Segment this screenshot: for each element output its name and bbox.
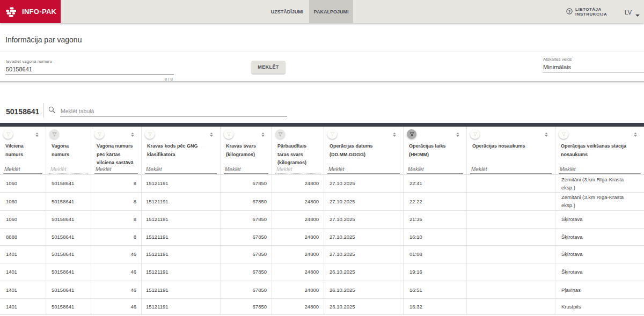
svg-text:?: ? xyxy=(568,9,571,14)
